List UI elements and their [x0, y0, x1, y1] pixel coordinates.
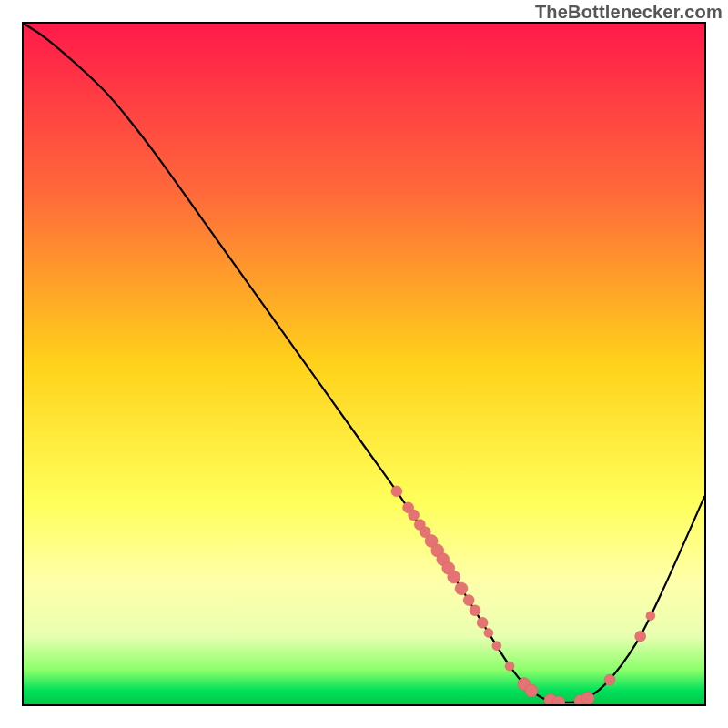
data-marker: [448, 571, 460, 583]
data-marker: [470, 605, 480, 616]
data-marker: [455, 582, 468, 595]
data-marker: [391, 486, 402, 497]
data-marker: [463, 595, 474, 606]
plot-area: [22, 22, 706, 706]
watermark-text: TheBottlenecker.com: [535, 2, 723, 23]
data-marker: [505, 662, 514, 671]
data-marker: [646, 612, 655, 621]
data-marker: [409, 510, 420, 521]
chart-container: TheBottlenecker.com: [0, 0, 728, 728]
data-marker: [484, 628, 493, 637]
data-marker: [635, 631, 646, 642]
data-marker: [581, 692, 594, 704]
bottleneck-curve: [24, 24, 704, 703]
data-marker: [492, 642, 501, 651]
data-marker: [477, 617, 488, 628]
curve-layer: [24, 24, 704, 704]
data-marker: [604, 674, 615, 685]
data-marker: [525, 684, 538, 697]
